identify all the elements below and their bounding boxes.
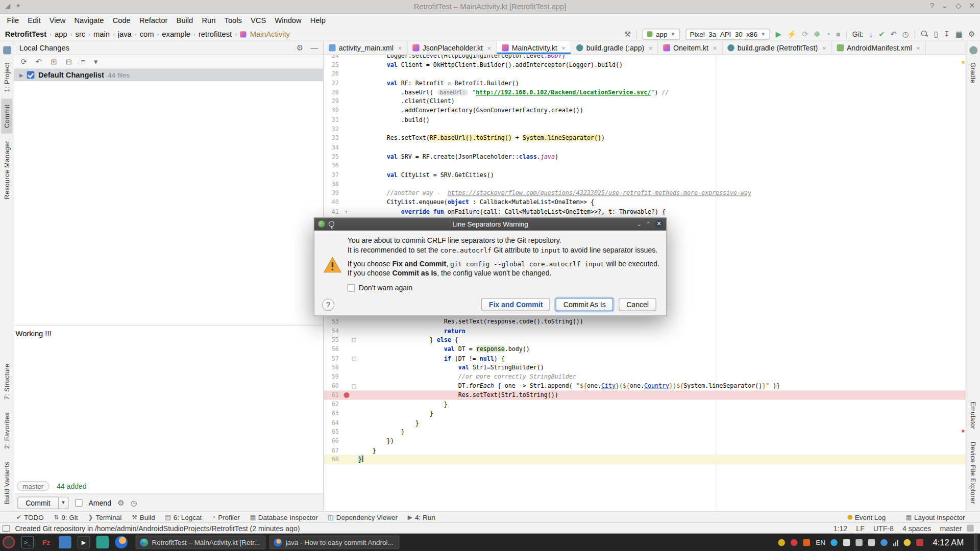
tool-window-switcher-icon[interactable] (3, 525, 10, 531)
network-icon[interactable] (893, 539, 898, 545)
code-text[interactable]: CityList.enqueue(object : Callback<Mutab… (358, 198, 594, 207)
code-text[interactable]: .build() (358, 115, 430, 124)
notification-bell-icon[interactable] (778, 539, 785, 545)
recorder-icon[interactable] (917, 539, 923, 545)
close-tab-icon[interactable]: × (561, 44, 566, 52)
refresh-icon[interactable]: ⟳ (20, 57, 27, 66)
caret-position[interactable]: 1:12 (834, 524, 847, 532)
tool-window-button-database-inspector[interactable]: ▦Database Inspector (250, 513, 317, 521)
help-button[interactable]: ? (322, 298, 334, 311)
settings-icon[interactable]: ⚙ (968, 30, 975, 38)
keyboard-layout-indicator[interactable]: EN (816, 539, 825, 546)
code-text[interactable]: Res.setText(RF.baseUrl().toString() + Sy… (358, 134, 605, 143)
commit-changes-icon[interactable]: ✔ (878, 30, 885, 38)
line-number[interactable]: 25 (324, 60, 338, 69)
code-text[interactable]: } (358, 455, 363, 464)
code-text[interactable]: .addConverterFactory(GsonConverterFactor… (358, 106, 583, 115)
breadcrumb-item-main[interactable]: main (93, 30, 110, 38)
dialog-maximize-icon[interactable]: ⌃ (646, 221, 650, 227)
tab-jsonplaceholder-kt[interactable]: JsonPlaceholder.kt× (407, 41, 497, 55)
breadcrumb-current[interactable]: MainActivity (250, 30, 290, 38)
file-encoding[interactable]: UTF-8 (873, 524, 894, 532)
line-number[interactable]: 39 (324, 189, 338, 198)
dont-warn-again-checkbox[interactable] (348, 284, 355, 292)
menu-file[interactable]: File (3, 15, 23, 26)
code-text[interactable]: } (358, 418, 419, 428)
line-number[interactable]: 54 (324, 327, 338, 336)
error-stripe[interactable] (962, 55, 964, 511)
line-number[interactable]: 64 (324, 418, 338, 428)
update-project-icon[interactable]: ↓ (869, 30, 873, 38)
changelist-checkbox[interactable] (27, 71, 35, 79)
menu-code[interactable]: Code (108, 15, 135, 26)
line-number[interactable]: 63 (324, 409, 338, 418)
collapse-all-icon[interactable]: ⊟ (66, 57, 72, 66)
inspections-hector-icon[interactable] (967, 525, 973, 532)
emoji-icon[interactable] (904, 539, 911, 545)
code-text[interactable]: .client(Client) (358, 97, 455, 106)
code-text[interactable]: } (358, 428, 405, 437)
code-text[interactable]: Res.setText(response.code().toString()) (358, 317, 583, 327)
git-branch[interactable]: master (940, 524, 962, 532)
close-tab-icon[interactable]: × (916, 44, 920, 52)
menu-tools[interactable]: Tools (220, 15, 246, 26)
taskbar-task-java-how-to-easy-commit-androi[interactable]: java - How to easy commit Androi... (270, 535, 400, 549)
line-number[interactable]: 61 (324, 391, 338, 400)
line-number[interactable]: 60 (324, 382, 338, 391)
menu-vcs[interactable]: VCS (246, 15, 270, 26)
line-number[interactable]: 32 (324, 124, 338, 134)
tool-window-button-dependency-viewer[interactable]: ◫Dependency Viewer (328, 513, 398, 521)
device-manager-icon[interactable]: ▯ (934, 30, 938, 38)
code-text[interactable]: DT.forEach { one -> Str1.append( "${one.… (358, 382, 780, 391)
project-icon[interactable] (3, 46, 11, 55)
commit-message-editor[interactable]: Working !!! (14, 325, 323, 479)
fold-marker-icon[interactable] (352, 384, 356, 389)
menu-edit[interactable]: Edit (23, 15, 45, 26)
display-icon[interactable] (843, 539, 850, 545)
code-text[interactable]: val RF: Retrofit = Retrofit.Builder() (358, 79, 519, 88)
apply-changes-icon[interactable]: ⚡ (787, 30, 796, 38)
branch-chip[interactable]: master (17, 481, 49, 491)
line-number[interactable]: 66 (324, 437, 338, 446)
line-number[interactable]: 58 (324, 363, 338, 372)
line-number[interactable]: 28 (324, 88, 338, 97)
telegram-icon[interactable] (831, 539, 838, 545)
commit-button[interactable]: Commit (17, 496, 58, 509)
code-text[interactable]: }) (358, 437, 394, 446)
tool-window-button-6-logcat[interactable]: ▤6: Logcat (165, 513, 202, 521)
line-number[interactable]: 41 (324, 207, 338, 216)
close-tab-icon[interactable]: × (822, 44, 826, 52)
debug-icon[interactable]: ❉ (814, 30, 820, 38)
breadcrumb-item-app[interactable]: app (55, 30, 67, 38)
line-number[interactable]: 38 (324, 180, 338, 189)
tool-window-button-terminal[interactable]: ❯Terminal (88, 513, 121, 521)
code-text[interactable]: Logger.setLevel(HttpLoggingInterceptor.L… (358, 55, 566, 61)
terminal-launcher[interactable]: >_ (21, 536, 34, 548)
breadcrumb-item-src[interactable]: src (76, 30, 86, 38)
close-tab-icon[interactable]: × (713, 44, 717, 52)
code-text[interactable]: Res.setText(Str1.toString()) (358, 391, 558, 400)
line-number[interactable]: 56 (324, 345, 338, 354)
tool-stripe-emulator[interactable]: Emulator (968, 396, 979, 435)
warning-stripe-mark[interactable] (962, 61, 964, 64)
gradle-icon[interactable] (969, 46, 977, 55)
amend-checkbox[interactable] (75, 499, 82, 507)
tab-build-gradle-app[interactable]: build.gradle (:app)× (571, 41, 658, 55)
gear-icon[interactable]: ⚙ (297, 43, 303, 52)
line-number[interactable]: 37 (324, 170, 338, 180)
show-desktop-button[interactable] (974, 534, 977, 551)
breadcrumb-item-java[interactable]: java (118, 30, 132, 38)
mail-icon[interactable] (803, 539, 810, 545)
code-text[interactable]: val CityList = SRV.GetCities() (358, 170, 494, 180)
tool-stripe-gradle[interactable]: Gradle (968, 57, 979, 89)
code-text[interactable]: val DT = response.body() (358, 345, 530, 354)
line-number[interactable]: 34 (324, 143, 338, 152)
tool-stripe-1-project[interactable]: 1: Project (1, 57, 12, 97)
capture-launcher[interactable] (96, 536, 109, 548)
tool-window-button-event-log[interactable]: Event Log (847, 513, 886, 521)
breakpoint-stripe-mark[interactable] (962, 430, 964, 432)
layout-inspector-icon[interactable]: ▦ (955, 30, 963, 38)
code-text[interactable]: val SRV = RF.create(JsonPlaceholder::cla… (358, 152, 558, 161)
breadcrumb-item-retrofittest[interactable]: RetrofitTest (5, 30, 46, 38)
menu-run[interactable]: Run (198, 15, 220, 26)
